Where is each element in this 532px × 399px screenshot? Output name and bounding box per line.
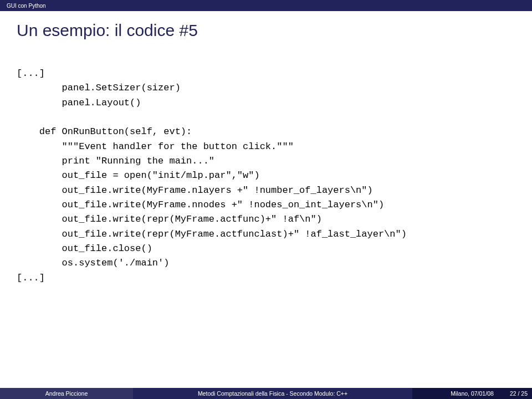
top-navbar: GUI con Python (0, 0, 532, 11)
footer: Andrea Piccione Metodi Comptazionali del… (0, 388, 532, 399)
footer-author: Andrea Piccione (0, 388, 133, 399)
slide-title: Un esempio: il codice #5 (17, 21, 515, 40)
slide-body: Un esempio: il codice #5 [...] panel.Set… (0, 11, 532, 388)
footer-course: Metodi Comptazionali della Fisica - Seco… (133, 388, 412, 399)
section-label: GUI con Python (3, 2, 49, 10)
footer-date: Milano, 07/01/08 (451, 390, 494, 397)
code-block: [...] panel.SetSizer(sizer) panel.Layout… (17, 66, 515, 285)
footer-pagenum: 22 / 25 (510, 390, 528, 397)
footer-right: Milano, 07/01/08 22 / 25 (412, 388, 532, 399)
